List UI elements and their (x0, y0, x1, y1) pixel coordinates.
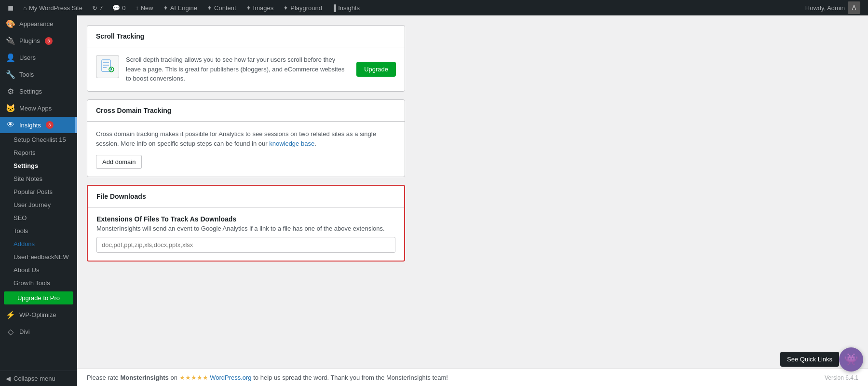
sidebar-item-appearance[interactable]: 🎨 Appearance (0, 15, 77, 32)
collapse-menu[interactable]: ◀ Collapse menu (0, 371, 77, 386)
cross-domain-panel: Cross Domain Tracking Cross domain track… (87, 99, 405, 178)
settings-sub-label: Settings (14, 162, 38, 169)
updates-count: 7 (99, 4, 103, 12)
sidebar-sub-about-us[interactable]: About Us (0, 263, 77, 276)
seo-label: SEO (14, 214, 27, 221)
sidebar-item-settings[interactable]: ⚙ Settings (0, 83, 77, 100)
cross-domain-description: Cross domain tracking makes it possible … (96, 129, 396, 150)
sidebar-item-users[interactable]: 👤 Users (0, 49, 77, 66)
userfeedback-new-badge: NEW (54, 253, 69, 261)
sidebar-item-wp-optimize[interactable]: ⚡ WP-Optimize (0, 306, 77, 323)
userfeedback-label: UserFeedback (14, 253, 54, 261)
scroll-tracking-body: Scroll depth tracking allows you to see … (87, 47, 405, 91)
content-item[interactable]: ✦ Content (203, 0, 240, 15)
add-domain-button[interactable]: Add domain (96, 155, 142, 169)
content-label: Content (214, 4, 236, 12)
settings-icon: ⚙ (6, 87, 15, 96)
admin-bar: ■ ⌂ My WordPress Site ↻ 7 💬 0 + New ✦ AI… (0, 0, 868, 15)
footer-brand: MonsterInsights (120, 374, 168, 381)
plugins-badge: 3 (45, 37, 53, 45)
cross-domain-body: Cross domain tracking makes it possible … (87, 122, 405, 177)
insights-bar-item[interactable]: ▐ Insights (328, 0, 364, 15)
main-layout: 🎨 Appearance 🔌 Plugins 3 👤 Users 🔧 Tools… (0, 15, 868, 386)
footer-wordpress-link[interactable]: WordPress.org (210, 374, 251, 381)
collapse-label: Collapse menu (14, 375, 55, 382)
updates-item[interactable]: ↻ 7 (88, 0, 107, 15)
sidebar-sub-user-journey[interactable]: User Journey (0, 198, 77, 211)
sidebar-item-tools[interactable]: 🔧 Tools (0, 66, 77, 83)
howdy-label: Howdy, Admin (805, 4, 845, 12)
scroll-tracking-panel: Scroll Tracking (87, 25, 405, 92)
svg-line-6 (111, 69, 112, 70)
monster-emoji: 👾 (844, 353, 858, 366)
scroll-tracking-row: Scroll depth tracking allows you to see … (96, 55, 396, 83)
sidebar-sub-tools[interactable]: Tools (0, 224, 77, 237)
insights-bar-icon: ▐ (332, 4, 336, 12)
sidebar-sub-userfeedback[interactable]: UserFeedback NEW (0, 250, 77, 263)
user-journey-label: User Journey (14, 201, 51, 208)
scroll-tracking-icon (96, 55, 119, 78)
adminbar-right: Howdy, Admin A (805, 1, 864, 14)
comments-count: 0 (122, 4, 125, 12)
playground-label: Playground (290, 4, 322, 12)
ai-engine-item[interactable]: ✦ AI Engine (159, 0, 201, 15)
new-content-item[interactable]: + New (131, 0, 157, 15)
sidebar-sub-setup-checklist[interactable]: Setup Checklist 15 (0, 133, 77, 146)
file-extensions-input[interactable] (96, 237, 395, 253)
sidebar-sub-settings[interactable]: Settings (0, 159, 77, 172)
quick-links-button[interactable]: See Quick Links (780, 352, 839, 367)
upgrade-to-pro-label: Upgrade to Pro (17, 294, 60, 302)
popular-posts-label: Popular Posts (14, 188, 53, 195)
updates-icon: ↻ (92, 4, 97, 12)
playground-icon: ✦ (283, 4, 288, 12)
insights-badge: 3 (46, 121, 54, 129)
version-label: Version 6.4.1 (825, 374, 858, 381)
sidebar-item-meow-apps[interactable]: 🐱 Meow Apps (0, 100, 77, 117)
sidebar-sub-site-notes[interactable]: Site Notes (0, 172, 77, 185)
scroll-tracking-description: Scroll depth tracking allows you to see … (126, 55, 350, 83)
tools-sub-label: Tools (14, 227, 28, 234)
comments-icon: 💬 (112, 4, 120, 12)
sidebar: 🎨 Appearance 🔌 Plugins 3 👤 Users 🔧 Tools… (0, 15, 77, 386)
sidebar-sub-seo[interactable]: SEO (0, 211, 77, 224)
sidebar-sub-popular-posts[interactable]: Popular Posts (0, 185, 77, 198)
scroll-tracking-upgrade-button[interactable]: Upgrade (356, 62, 396, 77)
sidebar-item-insights[interactable]: 👁 Insights 3 (0, 117, 77, 133)
playground-item[interactable]: ✦ Playground (279, 0, 326, 15)
setup-badge: 15 (59, 136, 66, 143)
footer-bar: Please rate MonsterInsights on ★★★★★ Wor… (77, 369, 868, 386)
collapse-icon: ◀ (6, 375, 11, 382)
images-item[interactable]: ✦ Images (242, 0, 278, 15)
wp-optimize-icon: ⚡ (6, 310, 15, 319)
site-home-icon: ⌂ (23, 4, 27, 12)
knowledge-base-link[interactable]: knowledge base (269, 140, 314, 147)
content-area: Scroll Tracking (77, 15, 868, 386)
reports-label: Reports (14, 149, 36, 156)
file-downloads-panel: File Downloads Extensions Of Files To Tr… (87, 185, 405, 262)
plugins-icon: 🔌 (6, 36, 15, 45)
sidebar-settings-label: Settings (19, 88, 42, 95)
sidebar-upgrade-to-pro[interactable]: Upgrade to Pro (4, 291, 73, 304)
divi-label: Divi (19, 328, 30, 335)
cross-domain-period: . (314, 140, 316, 147)
sidebar-appearance-label: Appearance (19, 20, 53, 28)
sidebar-sub-addons[interactable]: Addons (0, 237, 77, 250)
new-label: + New (135, 4, 153, 12)
footer-text-before: Please rate (87, 374, 119, 381)
admin-avatar[interactable]: A (848, 1, 860, 14)
site-notes-label: Site Notes (14, 175, 42, 182)
sidebar-item-plugins[interactable]: 🔌 Plugins 3 (0, 32, 77, 49)
monster-chat-icon[interactable]: 👾 (839, 347, 863, 372)
sidebar-item-divi[interactable]: ◇ Divi (0, 323, 77, 340)
sidebar-sub-growth-tools[interactable]: Growth Tools (0, 276, 77, 290)
comments-item[interactable]: 💬 0 (108, 0, 129, 15)
sidebar-sub-reports[interactable]: Reports (0, 146, 77, 159)
sidebar-plugins-label: Plugins (19, 37, 40, 44)
site-name-item[interactable]: ⌂ My WordPress Site (19, 0, 86, 15)
extensions-label: Extensions Of Files To Track As Download… (96, 215, 395, 223)
extensions-sublabel: MonsterInsights will send an event to Go… (96, 225, 395, 232)
tools-icon: 🔧 (6, 70, 15, 79)
addons-label: Addons (14, 240, 35, 248)
scroll-tracking-text: Scroll depth tracking allows you to see … (126, 56, 345, 82)
wp-logo[interactable]: ■ (4, 0, 17, 15)
